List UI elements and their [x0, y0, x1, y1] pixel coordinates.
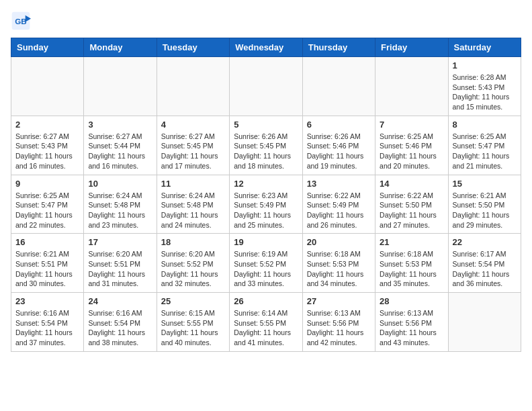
day-number: 17: [88, 237, 152, 247]
calendar-day-cell: 4Sunrise: 6:27 AM Sunset: 5:45 PM Daylig…: [157, 116, 229, 175]
weekday-header-friday: Friday: [375, 38, 448, 57]
calendar-day-cell: 28Sunrise: 6:13 AM Sunset: 5:56 PM Dayli…: [375, 293, 448, 352]
calendar-day-cell: 6Sunrise: 6:26 AM Sunset: 5:46 PM Daylig…: [302, 116, 375, 175]
day-info: Sunrise: 6:16 AM Sunset: 5:54 PM Dayligh…: [88, 308, 152, 348]
weekday-header-thursday: Thursday: [302, 38, 375, 57]
calendar-week-row: 2Sunrise: 6:27 AM Sunset: 5:43 PM Daylig…: [11, 116, 521, 175]
day-info: Sunrise: 6:26 AM Sunset: 5:45 PM Dayligh…: [234, 132, 298, 171]
calendar-day-cell: [375, 57, 448, 116]
calendar-day-cell: 2Sunrise: 6:27 AM Sunset: 5:43 PM Daylig…: [11, 116, 84, 175]
day-number: 13: [307, 179, 371, 189]
day-info: Sunrise: 6:27 AM Sunset: 5:43 PM Dayligh…: [15, 132, 79, 171]
calendar-table: SundayMondayTuesdayWednesdayThursdayFrid…: [11, 38, 521, 352]
logo: GB: [11, 11, 34, 31]
weekday-header-tuesday: Tuesday: [157, 38, 229, 57]
day-number: 15: [453, 179, 517, 189]
day-number: 4: [161, 120, 225, 130]
day-info: Sunrise: 6:25 AM Sunset: 5:47 PM Dayligh…: [453, 132, 517, 171]
calendar-day-cell: 12Sunrise: 6:23 AM Sunset: 5:49 PM Dayli…: [230, 175, 302, 234]
weekday-header-saturday: Saturday: [448, 38, 521, 57]
day-number: 5: [234, 120, 298, 130]
calendar-day-cell: 23Sunrise: 6:16 AM Sunset: 5:54 PM Dayli…: [11, 293, 84, 352]
calendar-day-cell: 14Sunrise: 6:22 AM Sunset: 5:50 PM Dayli…: [375, 175, 448, 234]
calendar-week-row: 9Sunrise: 6:25 AM Sunset: 5:47 PM Daylig…: [11, 175, 521, 234]
day-number: 20: [307, 237, 371, 247]
day-info: Sunrise: 6:22 AM Sunset: 5:50 PM Dayligh…: [380, 191, 443, 230]
calendar-day-cell: 7Sunrise: 6:25 AM Sunset: 5:46 PM Daylig…: [375, 116, 448, 175]
day-info: Sunrise: 6:16 AM Sunset: 5:54 PM Dayligh…: [15, 308, 79, 348]
calendar-week-row: 16Sunrise: 6:21 AM Sunset: 5:51 PM Dayli…: [11, 234, 521, 293]
logo-icon: GB: [11, 11, 31, 31]
day-number: 16: [15, 237, 79, 247]
calendar-day-cell: 22Sunrise: 6:17 AM Sunset: 5:54 PM Dayli…: [448, 234, 521, 293]
day-number: 23: [15, 296, 79, 306]
day-number: 10: [88, 179, 152, 189]
day-info: Sunrise: 6:20 AM Sunset: 5:51 PM Dayligh…: [88, 249, 152, 289]
calendar-day-cell: 13Sunrise: 6:22 AM Sunset: 5:49 PM Dayli…: [302, 175, 375, 234]
day-number: 18: [161, 237, 225, 247]
day-number: 8: [453, 120, 517, 130]
calendar-day-cell: 20Sunrise: 6:18 AM Sunset: 5:53 PM Dayli…: [302, 234, 375, 293]
day-info: Sunrise: 6:26 AM Sunset: 5:46 PM Dayligh…: [307, 132, 371, 171]
day-info: Sunrise: 6:21 AM Sunset: 5:51 PM Dayligh…: [15, 249, 79, 289]
calendar-week-row: 23Sunrise: 6:16 AM Sunset: 5:54 PM Dayli…: [11, 293, 521, 352]
day-number: 24: [88, 296, 152, 306]
day-number: 12: [234, 179, 298, 189]
day-info: Sunrise: 6:25 AM Sunset: 5:46 PM Dayligh…: [380, 132, 443, 171]
calendar-day-cell: 24Sunrise: 6:16 AM Sunset: 5:54 PM Dayli…: [84, 293, 157, 352]
calendar-day-cell: 11Sunrise: 6:24 AM Sunset: 5:48 PM Dayli…: [157, 175, 229, 234]
day-info: Sunrise: 6:27 AM Sunset: 5:45 PM Dayligh…: [161, 132, 225, 171]
day-info: Sunrise: 6:25 AM Sunset: 5:47 PM Dayligh…: [15, 191, 79, 230]
day-info: Sunrise: 6:24 AM Sunset: 5:48 PM Dayligh…: [88, 191, 152, 230]
day-info: Sunrise: 6:13 AM Sunset: 5:56 PM Dayligh…: [307, 308, 371, 348]
calendar-day-cell: 17Sunrise: 6:20 AM Sunset: 5:51 PM Dayli…: [84, 234, 157, 293]
day-info: Sunrise: 6:27 AM Sunset: 5:44 PM Dayligh…: [88, 132, 152, 171]
day-info: Sunrise: 6:18 AM Sunset: 5:53 PM Dayligh…: [380, 249, 443, 289]
day-info: Sunrise: 6:22 AM Sunset: 5:49 PM Dayligh…: [307, 191, 371, 230]
day-number: 19: [234, 237, 298, 247]
day-number: 28: [380, 296, 443, 306]
day-info: Sunrise: 6:15 AM Sunset: 5:55 PM Dayligh…: [161, 308, 225, 348]
day-number: 9: [15, 179, 79, 189]
weekday-header-wednesday: Wednesday: [230, 38, 302, 57]
day-number: 7: [380, 120, 443, 130]
calendar-day-cell: 1Sunrise: 6:28 AM Sunset: 5:43 PM Daylig…: [448, 57, 521, 116]
day-number: 14: [380, 179, 443, 189]
day-number: 3: [88, 120, 152, 130]
calendar-day-cell: [448, 293, 521, 352]
calendar-day-cell: [84, 57, 157, 116]
calendar-day-cell: 18Sunrise: 6:20 AM Sunset: 5:52 PM Dayli…: [157, 234, 229, 293]
calendar-day-cell: 21Sunrise: 6:18 AM Sunset: 5:53 PM Dayli…: [375, 234, 448, 293]
day-info: Sunrise: 6:23 AM Sunset: 5:49 PM Dayligh…: [234, 191, 298, 230]
calendar-day-cell: 9Sunrise: 6:25 AM Sunset: 5:47 PM Daylig…: [11, 175, 84, 234]
day-number: 27: [307, 296, 371, 306]
svg-text:GB: GB: [15, 17, 26, 26]
page-header: GB: [11, 11, 521, 31]
day-info: Sunrise: 6:13 AM Sunset: 5:56 PM Dayligh…: [380, 308, 443, 348]
calendar-day-cell: 25Sunrise: 6:15 AM Sunset: 5:55 PM Dayli…: [157, 293, 229, 352]
day-info: Sunrise: 6:21 AM Sunset: 5:50 PM Dayligh…: [453, 191, 517, 230]
day-info: Sunrise: 6:18 AM Sunset: 5:53 PM Dayligh…: [307, 249, 371, 289]
day-info: Sunrise: 6:28 AM Sunset: 5:43 PM Dayligh…: [453, 73, 517, 112]
day-number: 25: [161, 296, 225, 306]
calendar-day-cell: 3Sunrise: 6:27 AM Sunset: 5:44 PM Daylig…: [84, 116, 157, 175]
weekday-header-row: SundayMondayTuesdayWednesdayThursdayFrid…: [11, 38, 521, 57]
calendar-day-cell: [302, 57, 375, 116]
day-info: Sunrise: 6:14 AM Sunset: 5:55 PM Dayligh…: [234, 308, 298, 348]
calendar-week-row: 1Sunrise: 6:28 AM Sunset: 5:43 PM Daylig…: [11, 57, 521, 116]
day-info: Sunrise: 6:24 AM Sunset: 5:48 PM Dayligh…: [161, 191, 225, 230]
calendar-day-cell: 10Sunrise: 6:24 AM Sunset: 5:48 PM Dayli…: [84, 175, 157, 234]
calendar-day-cell: 15Sunrise: 6:21 AM Sunset: 5:50 PM Dayli…: [448, 175, 521, 234]
calendar-day-cell: [230, 57, 302, 116]
calendar-day-cell: [11, 57, 84, 116]
calendar-day-cell: [157, 57, 229, 116]
day-number: 26: [234, 296, 298, 306]
day-number: 21: [380, 237, 443, 247]
day-number: 2: [15, 120, 79, 130]
day-number: 11: [161, 179, 225, 189]
day-number: 6: [307, 120, 371, 130]
weekday-header-sunday: Sunday: [11, 38, 84, 57]
calendar-day-cell: 8Sunrise: 6:25 AM Sunset: 5:47 PM Daylig…: [448, 116, 521, 175]
calendar-day-cell: 27Sunrise: 6:13 AM Sunset: 5:56 PM Dayli…: [302, 293, 375, 352]
day-info: Sunrise: 6:20 AM Sunset: 5:52 PM Dayligh…: [161, 249, 225, 289]
